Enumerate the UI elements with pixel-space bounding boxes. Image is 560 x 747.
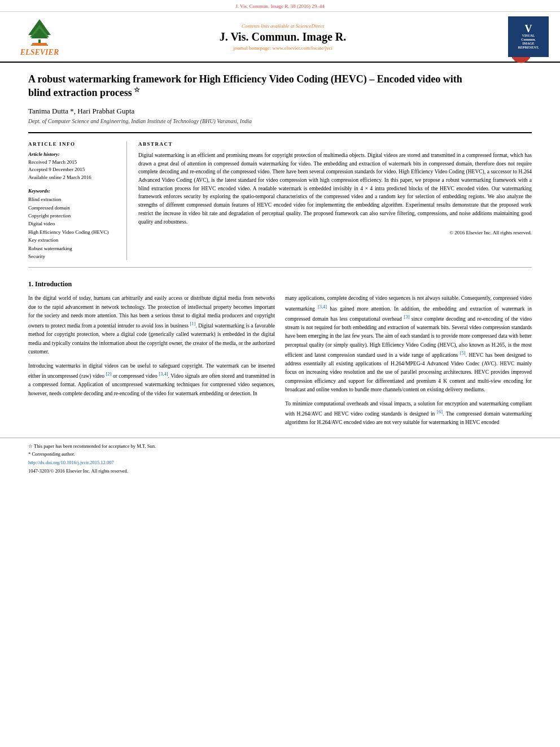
science-direct-text[interactable]: ScienceDirect bbox=[296, 23, 324, 29]
copyright-text: © 2016 Elsevier Inc. All rights reserved… bbox=[138, 229, 532, 237]
ref-1: [1] bbox=[190, 321, 195, 326]
abstract-text: Digital watermarking is an efficient and… bbox=[138, 151, 532, 237]
abstract-column: ABSTRACT Digital watermarking is an effi… bbox=[138, 141, 532, 261]
elsevier-label: ELSEVIER bbox=[20, 48, 59, 57]
article-info-abstract: ARTICLE INFO Article history: Received 7… bbox=[28, 141, 532, 261]
keyword-2: Compressed domain bbox=[28, 204, 119, 212]
available-date: Available online 2 March 2016 bbox=[28, 174, 119, 182]
visual-logo: V VISUALCommun.IMAGEREPRESENT. bbox=[498, 16, 549, 57]
footnote-corresponding: * Corresponding author. bbox=[28, 451, 532, 458]
journal-center-header: Contents lists available at ScienceDirec… bbox=[68, 23, 498, 51]
authors: Tanima Dutta *, Hari Prabhat Gupta bbox=[28, 107, 532, 116]
ref-3b: [3] bbox=[404, 314, 409, 320]
history-title: Article history: bbox=[28, 151, 119, 157]
elsevier-tree-icon bbox=[20, 17, 59, 48]
article-section: ✓ CrossMark A robust watermarking framew… bbox=[0, 63, 560, 267]
article-info-column: ARTICLE INFO Article history: Received 7… bbox=[28, 141, 127, 261]
footnote-doi: http://dx.doi.org/10.1016/j.jvcir.2015.1… bbox=[28, 459, 532, 466]
elsevier-logo: ELSEVIER bbox=[11, 17, 68, 57]
ref-3-4b: [3,4] bbox=[318, 304, 327, 309]
intro-p1: In the digital world of today, humans ca… bbox=[28, 294, 275, 356]
keyword-5: High Efficiency Video Coding (HEVC) bbox=[28, 228, 119, 236]
ref-5: [5] bbox=[460, 350, 466, 356]
keyword-1: Blind extraction bbox=[28, 195, 119, 203]
keyword-6: Key extraction bbox=[28, 236, 119, 244]
keywords-section: Keywords: Blind extraction Compressed do… bbox=[28, 188, 119, 260]
header-divider bbox=[28, 132, 532, 133]
ref-6: [6] bbox=[437, 409, 443, 414]
intro-p4: To minimize computational overheads and … bbox=[285, 400, 532, 427]
footnote-issn: 1047-3203/© 2016 Elsevier Inc. All right… bbox=[28, 468, 532, 475]
journal-header: ELSEVIER Contents lists available at Sci… bbox=[0, 12, 560, 63]
journal-homepage: journal homepage: www.elsevier.com/locat… bbox=[68, 45, 498, 51]
keyword-7: Robust watermarking bbox=[28, 244, 119, 252]
accepted-date: Accepted 9 December 2015 bbox=[28, 166, 119, 174]
intro-p2: Introducing watermarks in digital videos… bbox=[28, 362, 275, 398]
intro-p3: many applications, complete decoding of … bbox=[285, 294, 532, 394]
article-history: Article history: Received 7 March 2015 A… bbox=[28, 151, 119, 182]
svg-rect-5 bbox=[32, 43, 47, 46]
footnote-star: ☆ This paper has been recommended for ac… bbox=[28, 443, 532, 450]
received-date: Received 7 March 2015 bbox=[28, 159, 119, 167]
svg-text:CrossMark: CrossMark bbox=[514, 59, 528, 62]
intro-two-col: In the digital world of today, humans ca… bbox=[28, 294, 532, 433]
ref-2: [2] bbox=[106, 371, 112, 377]
affiliation: Dept. of Computer Science and Engineerin… bbox=[28, 118, 532, 124]
footnote-area: ☆ This paper has been recommended for ac… bbox=[0, 438, 560, 475]
section-divider bbox=[28, 267, 532, 268]
journal-reference-text: J. Vis. Commun. Image R. 38 (2016) 29–44 bbox=[235, 3, 325, 9]
keywords-title: Keywords: bbox=[28, 188, 119, 194]
intro-right-col: many applications, complete decoding of … bbox=[285, 294, 532, 433]
article-title: A robust watermarking framework for High… bbox=[28, 73, 469, 100]
keyword-3: Copyright protection bbox=[28, 212, 119, 220]
ref-3-4: [3,4] bbox=[159, 371, 168, 377]
science-direct-link: Contents lists available at ScienceDirec… bbox=[68, 23, 498, 29]
intro-left-col: In the digital world of today, humans ca… bbox=[28, 294, 275, 433]
article-info-label: ARTICLE INFO bbox=[28, 141, 119, 147]
main-content: 1. Introduction In the digital world of … bbox=[0, 280, 560, 433]
intro-heading: 1. Introduction bbox=[28, 280, 532, 289]
abstract-label: ABSTRACT bbox=[138, 141, 532, 147]
keyword-8: Security bbox=[28, 252, 119, 260]
journal-reference-bar: J. Vis. Commun. Image R. 38 (2016) 29–44 bbox=[0, 0, 560, 12]
keyword-4: Digital video bbox=[28, 220, 119, 228]
visual-logo-box: V VISUALCommun.IMAGEREPRESENT. bbox=[508, 16, 549, 57]
journal-title-header: J. Vis. Commun. Image R. bbox=[68, 30, 498, 43]
